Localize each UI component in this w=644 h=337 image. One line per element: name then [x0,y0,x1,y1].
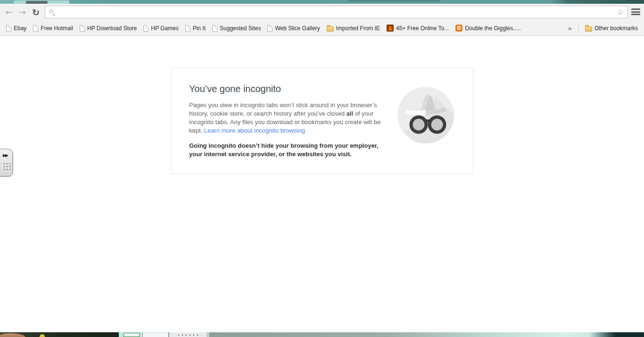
start-orb-sliver[interactable] [0,333,25,337]
bookmark-item[interactable]: HP Games [140,24,182,33]
s-icon: S [387,25,394,32]
page-title: You’ve gone incognito [189,84,281,94]
background-tab[interactable] [348,0,440,2]
page-icon [185,25,190,32]
page-icon [267,25,272,32]
forward-button[interactable]: → [16,6,28,18]
incognito-warning: Going incognito doesn’t hide your browsi… [189,142,385,159]
bookmark-label: Pin It [193,25,206,32]
search-icon [50,9,53,13]
page-icon [143,25,149,32]
bookmark-item[interactable]: Web Slice Gallery [264,24,323,33]
menu-icon[interactable] [631,8,641,16]
page-content: You’ve gone incognito Pages you view in … [0,36,644,332]
other-bookmarks-button[interactable]: Other bookmarks [582,24,641,33]
bookmark-label: Ebay [14,25,26,32]
bookmark-label: HP Games [151,25,178,32]
learn-more-link[interactable]: Learn more about incognito browsing [204,127,305,134]
bookmarks-overflow-chevron-icon[interactable]: » [564,24,576,32]
bookmark-label: 45+ Free Online To... [396,25,449,32]
bookmark-item[interactable]: Ebay [3,24,30,33]
taskbar-dots-icon [177,334,200,336]
reload-button[interactable]: ↻ [30,6,42,18]
page-icon [6,25,11,32]
taskbar-icon-sliver[interactable] [40,334,45,337]
bookmarks-bar: Ebay Free Hotmail HP Download Store HP G… [0,21,644,36]
back-button[interactable]: ← [3,6,15,18]
bookmark-item[interactable]: Pin It [182,24,209,33]
menu-bar [631,8,640,10]
bookmark-item[interactable]: Imported From IE [323,24,383,33]
incognito-description: Pages you view in incognito tabs won’t s… [189,101,385,135]
bookmark-label: Web Slice Gallery [275,25,320,32]
taskbar-button-white[interactable] [142,332,169,337]
menu-bar [631,11,640,13]
bookmark-item[interactable]: Free Hotmail [30,24,76,33]
taskbar-slot [119,332,142,337]
windows-taskbar-sliver [0,332,644,337]
bookmark-label: HP Download Store [87,25,137,32]
browser-toolbar: ← → ↻ ☆ [0,4,644,21]
incognito-spy-icon [397,86,454,144]
incognito-card: You’ve gone incognito Pages you view in … [171,67,473,174]
folder-icon [327,26,334,32]
expand-chevron-icon: ▶▶ [3,153,8,158]
taskbar-button-green[interactable] [124,333,140,337]
bookmarks-separator [578,24,579,33]
folder-icon [585,26,592,32]
description-bold-all: all [347,110,353,117]
taskbar-right-segment [207,332,644,337]
taskbar-button-dots[interactable] [169,332,207,337]
bookmark-label: Imported From IE [336,25,380,32]
sidebar-flap-handle[interactable]: ▶▶ [0,149,13,177]
bookmark-star-icon[interactable]: ☆ [615,6,626,18]
blogger-icon: B [455,25,462,32]
bookmark-item[interactable]: S 45+ Free Online To... [383,23,452,33]
page-icon [33,25,38,32]
menu-bar [631,14,640,15]
bookmark-label: Suggested Sites [220,25,261,32]
address-input[interactable] [58,7,611,17]
bookmark-item[interactable]: HP Download Store [76,24,140,33]
other-bookmarks-label: Other bookmarks [594,25,638,32]
window-titlebar [0,0,644,4]
bookmark-label: Double the Giggles..... [465,25,521,32]
grip-dots-icon [2,162,10,170]
bookmark-item[interactable]: Suggested Sites [209,24,264,33]
page-icon [80,25,85,32]
bookmark-label: Free Hotmail [41,25,73,32]
taskbar-left-segment [0,332,119,337]
browser-tab[interactable] [13,0,70,4]
page-icon [212,25,217,32]
omnibox[interactable]: ☆ [45,6,628,18]
bookmark-item[interactable]: B Double the Giggles..... [452,23,524,33]
